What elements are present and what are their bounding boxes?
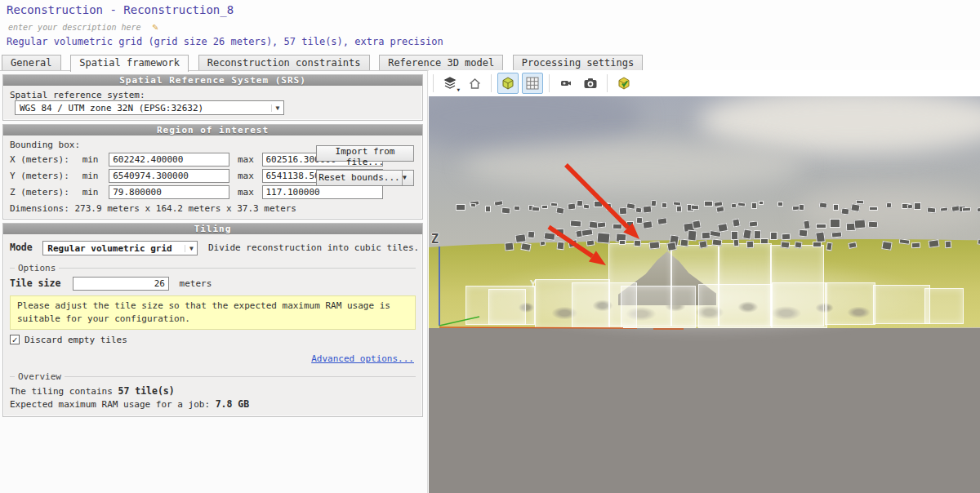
- tile-size-input[interactable]: [73, 277, 169, 291]
- tab-processing-settings[interactable]: Processing settings: [513, 55, 643, 71]
- camera-marker: [687, 229, 697, 240]
- camera-marker: [704, 200, 713, 206]
- tile-box: [873, 285, 930, 324]
- camera-marker: [699, 240, 708, 248]
- camera-marker: [742, 229, 752, 239]
- mode-row: Mode Regular volumetric grid ▼ Divide re…: [10, 241, 416, 255]
- camera-marker: [470, 203, 476, 208]
- srs-label: Spatial reference system:: [10, 90, 145, 100]
- camera-marker: [850, 203, 860, 212]
- tab-spatial-framework[interactable]: Spatial framework: [70, 55, 189, 72]
- camera-marker: [540, 240, 546, 246]
- tile-box: [698, 284, 772, 328]
- camera-marker: [927, 207, 937, 214]
- camera-marker: [666, 242, 676, 251]
- tile-size-row: Tile size meters: [10, 277, 416, 291]
- camera-icon[interactable]: [580, 73, 601, 94]
- import-from-file-button[interactable]: Import from file...: [316, 145, 414, 162]
- advanced-options-link[interactable]: Advanced options...: [311, 353, 414, 364]
- video-camera-icon[interactable]: [555, 73, 577, 94]
- min-label: min: [82, 171, 104, 181]
- z-max-input[interactable]: [262, 185, 383, 199]
- tab-general[interactable]: General: [2, 55, 61, 71]
- camera-marker: [885, 202, 892, 208]
- 3d-viewport[interactable]: Z Y: [429, 96, 980, 493]
- tile-cube-check-icon[interactable]: [613, 73, 635, 94]
- camera-marker: [816, 231, 826, 242]
- ram-usage-value: 7.8 GB: [216, 398, 250, 410]
- max-label: max: [235, 187, 256, 198]
- camera-marker: [833, 204, 839, 211]
- discard-empty-tiles-row[interactable]: ✓ Discard empty tiles: [10, 335, 416, 345]
- camera-marker: [868, 220, 879, 228]
- camera-marker: [798, 204, 804, 211]
- camera-marker: [853, 219, 866, 229]
- tab-reference-3d-model[interactable]: Reference 3D model: [379, 55, 503, 71]
- camera-marker: [780, 242, 790, 249]
- tiling-groupbox: Tiling Mode Regular volumetric grid ▼ Di…: [2, 223, 423, 417]
- srs-header: Spatial Reference System (SRS): [3, 75, 422, 86]
- options-legend: Options: [18, 263, 56, 273]
- camera-marker: [494, 200, 503, 206]
- camera-marker: [520, 242, 531, 251]
- viewport-toolbar: ▼: [429, 70, 980, 96]
- chevron-down-icon[interactable]: ▼: [402, 171, 413, 185]
- description-field[interactable]: enter your description here ✎: [8, 21, 158, 33]
- overview-tile-count: The tiling contains 57 tile(s): [10, 385, 416, 397]
- layers-icon[interactable]: ▼: [439, 73, 461, 94]
- z-min-input[interactable]: [109, 185, 229, 199]
- camera-marker: [751, 202, 757, 209]
- camera-marker: [716, 206, 726, 213]
- mode-select[interactable]: Regular volumetric grid ▼: [42, 241, 198, 255]
- reconstruction-header: Reconstruction - Reconstruction_8 enter …: [0, 0, 980, 54]
- camera-marker: [634, 240, 642, 246]
- overview-ram-usage: Expected maximum RAM usage for a job: 7.…: [10, 398, 416, 410]
- camera-marker: [594, 200, 603, 207]
- cube-3d-icon[interactable]: [497, 73, 519, 94]
- camera-marker: [777, 201, 783, 206]
- mode-label: Mode: [10, 242, 33, 253]
- camera-marker: [770, 232, 777, 240]
- camera-marker: [456, 204, 466, 211]
- min-label: min: [82, 154, 104, 165]
- edit-pencil-icon[interactable]: ✎: [153, 21, 158, 33]
- cloud: [461, 141, 804, 190]
- ram-warning-message: Please adjust the tile size so that the …: [10, 295, 416, 330]
- z-axis-label: Z: [431, 232, 439, 246]
- camera-marker: [831, 232, 843, 238]
- y-min-input[interactable]: [109, 169, 229, 183]
- camera-marker: [869, 207, 878, 211]
- camera-marker: [597, 222, 607, 229]
- app-window: Reconstruction - Reconstruction_8 enter …: [0, 0, 980, 493]
- camera-marker: [962, 207, 972, 212]
- camera-marker: [911, 242, 921, 248]
- roi-groupbox: Region of interest Bounding box: X (mete…: [2, 124, 423, 220]
- camera-marker: [528, 230, 536, 238]
- tile-box: [488, 289, 526, 325]
- home-icon[interactable]: [464, 73, 485, 94]
- camera-marker: [555, 207, 564, 214]
- camera-marker: [693, 220, 702, 229]
- camera-marker: [642, 220, 653, 229]
- discard-empty-tiles-checkbox[interactable]: ✓: [10, 335, 20, 344]
- camera-marker: [514, 205, 521, 211]
- camera-marker: [583, 204, 590, 210]
- camera-marker: [816, 224, 826, 229]
- camera-marker: [612, 224, 622, 230]
- grid-icon[interactable]: [522, 73, 543, 94]
- camera-marker: [581, 229, 594, 237]
- camera-marker: [541, 205, 548, 210]
- camera-marker: [737, 202, 746, 207]
- chevron-down-icon: ▼: [185, 245, 197, 252]
- x-min-input[interactable]: [109, 153, 229, 167]
- overview-legend: Overview: [18, 371, 61, 382]
- camera-marker: [532, 207, 540, 212]
- tile-size-label: Tile size: [10, 278, 60, 289]
- camera-marker: [691, 205, 699, 210]
- camera-marker: [619, 240, 626, 245]
- reset-bounds-button[interactable]: Reset bounds... ▼: [316, 170, 414, 186]
- camera-marker: [485, 206, 491, 212]
- tab-reconstruction-constraints[interactable]: Reconstruction constraints: [198, 55, 370, 71]
- camera-marker: [976, 207, 980, 212]
- srs-select[interactable]: WGS 84 / UTM zone 32N (EPSG:32632) ▼: [15, 100, 284, 115]
